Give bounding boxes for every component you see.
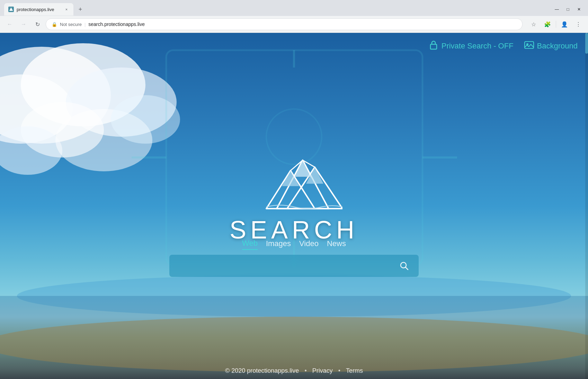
svg-rect-19	[430, 44, 437, 49]
tab-video[interactable]: Video	[299, 238, 319, 250]
svg-marker-0	[9, 8, 13, 11]
main-content: Private Search - OFF Background	[0, 33, 588, 379]
footer-terms-link[interactable]: Terms	[346, 367, 363, 375]
address-bar-actions: ☆ 🧩 👤 ⋮	[528, 19, 584, 30]
logo-container: SEARCH	[230, 150, 358, 244]
search-input[interactable]	[176, 262, 397, 270]
svg-point-9	[111, 95, 180, 144]
address-bar[interactable]: 🔒 Not secure | search.protectionapps.liv…	[46, 18, 523, 30]
new-tab-button[interactable]: +	[75, 4, 85, 14]
background-button[interactable]: Background	[524, 40, 578, 52]
close-button[interactable]: ✕	[574, 4, 584, 14]
footer-copyright: © 2020 protectionapps.live	[225, 367, 299, 375]
scrollbar[interactable]	[585, 33, 588, 379]
footer: © 2020 protectionapps.live • Privacy • T…	[0, 362, 588, 379]
svg-line-31	[406, 267, 408, 270]
background-icon	[524, 40, 534, 52]
scrollbar-thumb[interactable]	[585, 33, 588, 54]
menu-button[interactable]: ⋮	[573, 19, 584, 30]
tab-web[interactable]: Web	[242, 237, 258, 250]
search-bar-container	[169, 255, 419, 277]
url-display[interactable]: search.protectionapps.live	[88, 21, 517, 27]
footer-dot-1: •	[304, 367, 306, 375]
lock-icon	[428, 40, 439, 52]
window-controls: — □ ✕	[552, 4, 584, 14]
bookmark-button[interactable]: ☆	[528, 19, 539, 30]
forward-button[interactable]: →	[18, 19, 29, 30]
background-label: Background	[537, 42, 578, 51]
footer-dot-2: •	[338, 367, 340, 375]
maximize-button[interactable]: □	[563, 4, 573, 14]
tab-title: protectionapps.live	[17, 7, 61, 12]
extensions-button[interactable]: 🧩	[542, 19, 553, 30]
address-bar-row: ← → ↻ 🔒 Not secure | search.protectionap…	[0, 16, 588, 33]
footer-privacy-link[interactable]: Privacy	[312, 367, 333, 375]
logo-svg	[246, 150, 342, 219]
header-controls: Private Search - OFF Background	[418, 33, 588, 59]
active-tab[interactable]: protectionapps.live ×	[4, 3, 73, 16]
back-button[interactable]: ←	[4, 19, 15, 30]
title-bar: protectionapps.live × + — □ ✕	[0, 0, 588, 16]
security-label: Not secure	[60, 22, 82, 27]
tab-close-button[interactable]: ×	[64, 7, 69, 12]
private-search-button[interactable]: Private Search - OFF	[428, 40, 514, 52]
minimize-button[interactable]: —	[552, 4, 562, 14]
svg-marker-27	[295, 160, 311, 177]
search-bar	[169, 255, 419, 277]
private-search-label: Private Search - OFF	[442, 42, 514, 51]
search-button[interactable]	[397, 258, 412, 273]
profile-button[interactable]: 👤	[559, 19, 570, 30]
search-tabs: Web Images Video News	[242, 237, 346, 250]
browser-chrome: protectionapps.live × + — □ ✕ ← → ↻ 🔒 No…	[0, 0, 588, 33]
address-separator: |	[84, 22, 86, 27]
reload-button[interactable]: ↻	[32, 19, 43, 30]
tab-images[interactable]: Images	[266, 238, 291, 250]
toolbar-divider	[556, 21, 556, 28]
tab-favicon	[8, 7, 14, 12]
security-icon: 🔒	[52, 22, 57, 27]
svg-rect-20	[525, 42, 534, 48]
tab-news[interactable]: News	[327, 238, 346, 250]
